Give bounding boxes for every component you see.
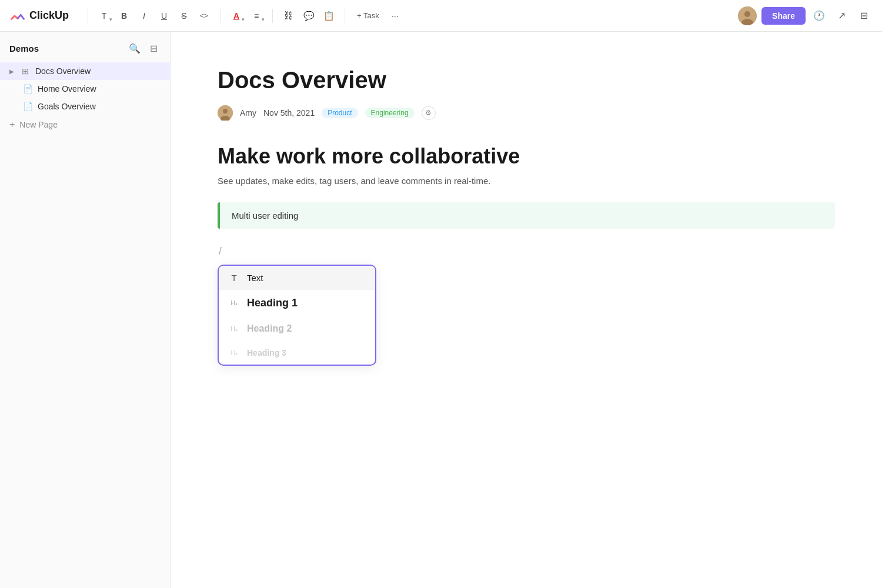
document-date: Nov 5th, 2021 bbox=[263, 108, 315, 118]
svg-point-1 bbox=[744, 11, 750, 17]
command-item-text-label: Text bbox=[247, 273, 263, 283]
text-type-button[interactable]: T bbox=[95, 7, 113, 25]
sidebar-item-label: Goals Overview bbox=[38, 102, 96, 111]
command-item-h2[interactable]: H₂ Heading 2 bbox=[219, 316, 375, 341]
sidebar-item-label: Docs Overview bbox=[35, 66, 91, 76]
document-meta: Amy Nov 5th, 2021 Product Engineering ⚙ bbox=[218, 105, 835, 121]
sidebar-actions: 🔍 ⊟ bbox=[128, 41, 161, 55]
user-avatar[interactable] bbox=[738, 6, 757, 25]
goals-overview-icon: 📄 bbox=[22, 102, 33, 111]
sidebar-search-button[interactable]: 🔍 bbox=[128, 41, 142, 55]
sidebar-item-label: Home Overview bbox=[38, 84, 96, 93]
toolbar-divider-4 bbox=[345, 9, 345, 23]
command-item-h2-label: Heading 2 bbox=[247, 323, 292, 334]
chevron-icon: ▶ bbox=[9, 68, 14, 75]
command-item-h1[interactable]: H₁ Heading 1 bbox=[219, 290, 375, 316]
add-task-button[interactable]: + Task bbox=[352, 7, 384, 25]
tag-product[interactable]: Product bbox=[322, 108, 358, 118]
doc-button[interactable]: 📋 bbox=[320, 7, 338, 25]
callout-block: Multi user editing bbox=[218, 202, 835, 229]
tag-engineering[interactable]: Engineering bbox=[365, 108, 415, 118]
h1-command-icon: H₁ bbox=[228, 299, 240, 307]
author-name: Amy bbox=[240, 108, 256, 118]
document-content: Docs Overview Amy Nov 5th, 2021 Product … bbox=[171, 32, 882, 588]
command-item-h3[interactable]: H₃ Heading 3 bbox=[219, 341, 375, 365]
command-item-text[interactable]: T Text bbox=[219, 266, 375, 290]
new-page-button[interactable]: + New Page bbox=[0, 115, 170, 134]
sidebar-item-home-overview[interactable]: 📄 Home Overview bbox=[0, 80, 170, 98]
link-button[interactable]: ⛓ bbox=[280, 7, 298, 25]
main-layout: Demos 🔍 ⊟ ▶ ⊞ Docs Overview 📄 Home Overv… bbox=[0, 32, 882, 588]
bold-button[interactable]: B bbox=[115, 7, 133, 25]
home-overview-icon: 📄 bbox=[22, 84, 33, 93]
comment-button[interactable]: 💬 bbox=[300, 7, 318, 25]
toolbar-divider-3 bbox=[272, 9, 273, 23]
tag-settings-button[interactable]: ⚙ bbox=[422, 106, 436, 120]
sidebar-item-docs-overview[interactable]: ▶ ⊞ Docs Overview bbox=[0, 62, 170, 80]
author-avatar bbox=[218, 105, 233, 121]
text-command-icon: T bbox=[228, 273, 240, 283]
logo-text: ClickUp bbox=[29, 9, 69, 22]
document-heading: Make work more collaborative bbox=[218, 144, 835, 169]
h3-command-icon: H₃ bbox=[228, 349, 240, 357]
history-button[interactable]: 🕐 bbox=[810, 7, 828, 25]
command-item-h3-label: Heading 3 bbox=[247, 348, 286, 358]
slash-command-line[interactable]: / bbox=[218, 245, 835, 258]
sidebar-item-goals-overview[interactable]: 📄 Goals Overview bbox=[0, 98, 170, 115]
command-palette: T Text H₁ Heading 1 H₂ Heading 2 H₃ Head… bbox=[218, 265, 376, 366]
align-button[interactable]: ≡ bbox=[248, 7, 265, 25]
new-page-label: New Page bbox=[19, 120, 58, 129]
strikethrough-button[interactable]: S bbox=[175, 7, 193, 25]
svg-point-4 bbox=[223, 109, 228, 113]
code-button[interactable]: <> bbox=[195, 7, 213, 25]
document-title: Docs Overview bbox=[218, 67, 835, 93]
toolbar-divider bbox=[88, 9, 88, 23]
sidebar-title: Demos bbox=[9, 44, 39, 54]
color-button[interactable]: A bbox=[228, 7, 245, 25]
sidebar-header: Demos 🔍 ⊟ bbox=[0, 41, 170, 62]
command-item-h1-label: Heading 1 bbox=[247, 297, 298, 309]
export-button[interactable]: ↗ bbox=[833, 7, 850, 25]
sidebar: Demos 🔍 ⊟ ▶ ⊞ Docs Overview 📄 Home Overv… bbox=[0, 32, 171, 588]
toolbar-right: Share 🕐 ↗ ⊟ bbox=[738, 6, 873, 25]
new-page-plus-icon: + bbox=[9, 119, 15, 130]
more-options-button[interactable]: ··· bbox=[386, 7, 404, 25]
h2-command-icon: H₂ bbox=[228, 325, 240, 333]
toolbar: ClickUp T B I U S <> A ≡ ⛓ 💬 📋 + Task ··… bbox=[0, 0, 882, 32]
clickup-logo[interactable]: ClickUp bbox=[9, 8, 69, 24]
italic-button[interactable]: I bbox=[135, 7, 153, 25]
layout-button[interactable]: ⊟ bbox=[855, 7, 873, 25]
share-button[interactable]: Share bbox=[761, 7, 806, 25]
underline-button[interactable]: U bbox=[155, 7, 173, 25]
document-subtitle: See updates, make edits, tag users, and … bbox=[218, 176, 835, 186]
sidebar-collapse-button[interactable]: ⊟ bbox=[146, 41, 161, 55]
docs-overview-icon: ⊞ bbox=[20, 66, 31, 76]
toolbar-divider-2 bbox=[220, 9, 220, 23]
callout-content: Multi user editing bbox=[220, 202, 835, 229]
